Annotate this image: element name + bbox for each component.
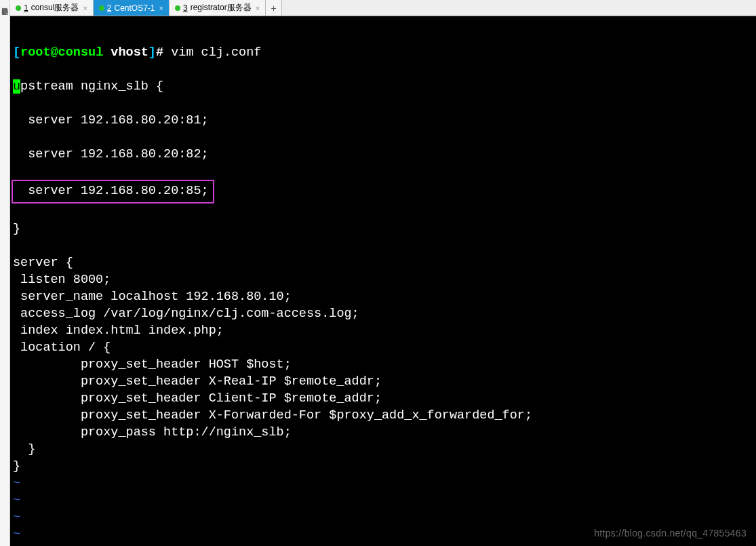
code-line-header-xff: proxy_set_header X-Forwarded-For $proxy_… bbox=[13, 408, 532, 423]
vim-tilde: ~ bbox=[13, 476, 20, 490]
terminal[interactable]: [root@consul vhost]# vim clj.conf upstre… bbox=[10, 16, 756, 546]
code-line-proxy-pass: proxy_pass http://nginx_slb; bbox=[13, 425, 292, 440]
code-line-server-open: server { bbox=[13, 256, 73, 270]
code-line-header-clientip: proxy_set_header Client-IP $remote_addr; bbox=[13, 391, 382, 406]
status-dot-icon bbox=[99, 5, 104, 11]
tab-label: CentOS7-1 bbox=[115, 3, 155, 13]
code-line-server3: server 192.168.80.20:85; bbox=[13, 184, 209, 198]
prompt-command: vim clj.conf bbox=[163, 45, 261, 60]
session-manager-sidebar[interactable]: 会话管理器 bbox=[0, 0, 10, 546]
tab-bar: 1 consul服务器 × 2 CentOS7-1 × 3 registrato… bbox=[10, 0, 756, 16]
tab-num: 1 bbox=[24, 3, 28, 13]
tab-centos7-1[interactable]: 2 CentOS7-1 × bbox=[94, 0, 170, 16]
vim-tilde: ~ bbox=[13, 510, 20, 524]
code-line-close-brace: } bbox=[13, 459, 20, 473]
close-icon[interactable]: × bbox=[256, 4, 260, 12]
code-line-server1: server 192.168.80.20:81; bbox=[13, 113, 209, 128]
code-line-listen: listen 8000; bbox=[13, 273, 111, 287]
tab-num: 3 bbox=[183, 3, 188, 13]
code-line-server2: server 192.168.80.20:82; bbox=[13, 147, 209, 161]
code-line-header-realip: proxy_set_header X-Real-IP $remote_addr; bbox=[13, 374, 382, 389]
main-area: 1 consul服务器 × 2 CentOS7-1 × 3 registrato… bbox=[10, 0, 756, 546]
vim-tilde: ~ bbox=[13, 493, 20, 507]
prompt-hash: # bbox=[156, 45, 163, 60]
tab-label: consul服务器 bbox=[31, 2, 79, 14]
vim-cursor: u bbox=[13, 79, 20, 94]
code-line-location: location / { bbox=[13, 340, 111, 355]
code-line-header-host: proxy_set_header HOST $host; bbox=[13, 357, 292, 372]
code-line-access-log: access_log /var/log/nginx/clj.com-access… bbox=[13, 307, 359, 321]
add-tab-button[interactable]: + bbox=[266, 0, 282, 16]
watermark: https://blog.csdn.net/qq_47855463 bbox=[594, 525, 747, 542]
tab-label: registrator服务器 bbox=[191, 2, 252, 14]
highlighted-server-line: server 192.168.80.20:85; bbox=[12, 180, 214, 203]
prompt-user-host: root@consul bbox=[20, 45, 103, 60]
close-icon[interactable]: × bbox=[83, 4, 87, 12]
close-icon[interactable]: × bbox=[159, 4, 163, 12]
code-line-close-brace: } bbox=[13, 222, 20, 236]
status-dot-icon bbox=[16, 5, 21, 11]
code-line-index: index index.html index.php; bbox=[13, 324, 224, 338]
tab-registrator[interactable]: 3 registrator服务器 × bbox=[170, 0, 266, 16]
vim-tilde: ~ bbox=[13, 527, 20, 541]
prompt-bracket: [ bbox=[13, 45, 20, 60]
status-dot-icon bbox=[175, 5, 180, 11]
code-line-upstream: pstream nginx_slb { bbox=[20, 79, 163, 94]
tab-num: 2 bbox=[107, 3, 112, 13]
plus-icon: + bbox=[271, 3, 277, 14]
prompt-path: vhost bbox=[103, 45, 148, 60]
tab-consul[interactable]: 1 consul服务器 × bbox=[10, 0, 94, 16]
code-line-location-close: } bbox=[13, 442, 35, 456]
code-line-server-name: server_name localhost 192.168.80.10; bbox=[13, 290, 292, 304]
prompt-bracket: ] bbox=[148, 45, 156, 60]
